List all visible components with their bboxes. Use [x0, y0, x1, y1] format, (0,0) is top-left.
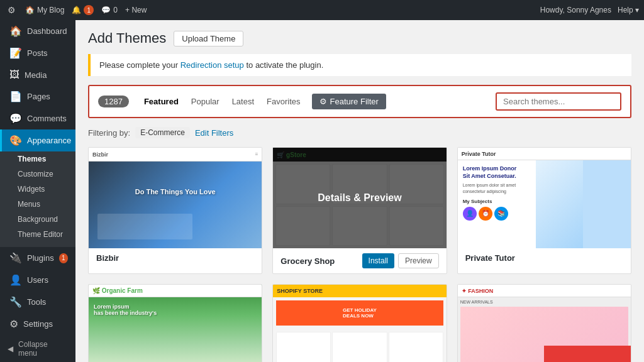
dashboard-icon: 🏠 — [9, 25, 22, 37]
fashion-just-for-box: JUST FOR — [544, 346, 631, 362]
collapse-menu-btn[interactable]: ◀ Collapse menu — [0, 335, 75, 362]
plugins-badge: 1 — [59, 253, 68, 263]
theme-card-organic[interactable]: 🌿 Organic Farm Lorem ipsumhas been the i… — [88, 284, 262, 362]
feature-filter-label: Feature Filter — [330, 97, 379, 106]
sidebar-label-comments: Comments — [27, 114, 67, 123]
feature-filter-button[interactable]: ⚙ Feature Filter — [312, 94, 386, 109]
themes-grid: Bizbir ≡ Do The Things You Love Bizbir — [88, 147, 631, 362]
comments-icon: 💬 — [9, 112, 22, 124]
sidebar: 🏠 Dashboard 📝 Posts 🖼 Media 📄 Pages 💬 Co… — [0, 20, 75, 362]
collapse-label: Collapse menu — [18, 340, 68, 358]
search-themes-input[interactable] — [496, 92, 621, 111]
sidebar-sub-themes[interactable]: Themes — [0, 151, 75, 167]
sidebar-item-plugins[interactable]: 🔌 Plugins 1 — [0, 247, 75, 269]
home-icon: 🏠 — [25, 6, 35, 14]
theme-card-fashion[interactable]: ✦ FASHION NEW ARRIVALS JUST FOR Fashion — [457, 284, 631, 362]
theme-name-grocery: Grocery Shop Install Preview — [273, 248, 446, 273]
sidebar-item-comments[interactable]: 💬 Comments — [0, 107, 75, 129]
tools-icon: 🔧 — [9, 296, 22, 308]
sidebar-sub-theme-editor[interactable]: Theme Editor — [0, 227, 75, 242]
sidebar-label-users: Users — [27, 275, 48, 285]
page-title: Add Themes — [88, 30, 166, 47]
wp-logo-icon[interactable]: ⚙ — [5, 4, 18, 16]
theme-count-badge: 1287 — [98, 96, 129, 107]
upload-theme-button[interactable]: Upload Theme — [174, 31, 243, 47]
sidebar-sub-customize[interactable]: Customize — [0, 167, 75, 182]
theme-overlay-grocery[interactable]: Details & Preview — [273, 148, 446, 248]
gear-icon: ⚙ — [319, 97, 327, 106]
comments-link[interactable]: 💬 0 — [101, 6, 118, 14]
theme-actions-grocery: Install Preview — [362, 253, 439, 268]
sidebar-label-media: Media — [25, 70, 47, 80]
sidebar-label-settings: Settings — [23, 319, 53, 329]
filter-tab-popular[interactable]: Popular — [185, 94, 226, 109]
sidebar-label-pages: Pages — [27, 92, 50, 101]
theme-thumb-grocery: 🛒 gStore Details & Preview — [273, 148, 446, 248]
sidebar-sub-widgets[interactable]: Widgets — [0, 182, 75, 197]
notice-text-before: Please complete your — [99, 60, 178, 70]
filter-tab-favorites[interactable]: Favorites — [260, 94, 306, 109]
edit-filters-link[interactable]: Edit Filters — [195, 128, 233, 138]
theme-card-shopify[interactable]: SHOPIFY STORE GET HOLIDAYDEALS NOW Shopi… — [272, 284, 447, 362]
main-content: Add Themes Upload Theme Please complete … — [75, 20, 644, 362]
plugins-icon: 🔌 — [9, 252, 22, 264]
sidebar-sub-background[interactable]: Background — [0, 212, 75, 227]
filter-bar: 1287 Featured Popular Latest Favorites ⚙… — [88, 85, 631, 118]
theme-thumb-bizbir: Bizbir ≡ Do The Things You Love — [89, 148, 262, 248]
notifications[interactable]: 🔔 1 — [72, 5, 94, 15]
sidebar-item-posts[interactable]: 📝 Posts — [0, 42, 75, 64]
sidebar-item-users[interactable]: 👤 Users — [0, 269, 75, 291]
top-bar: ⚙ 🏠 My Blog 🔔 1 💬 0 + New Howdy, Sonny A… — [0, 0, 644, 20]
theme-name-bizbir: Bizbir — [89, 248, 262, 268]
pages-icon: 📄 — [9, 90, 22, 102]
posts-icon: 📝 — [9, 47, 22, 59]
sidebar-label-appearance: Appearance — [27, 136, 71, 145]
appearance-icon: 🎨 — [9, 134, 22, 146]
notice-text-after: to activate the plugin. — [246, 60, 323, 70]
preview-grocery-button[interactable]: Preview — [398, 253, 439, 268]
sidebar-item-appearance[interactable]: 🎨 Appearance — [0, 129, 75, 151]
sidebar-item-settings[interactable]: ⚙ Settings — [0, 313, 75, 335]
collapse-icon: ◀ — [8, 344, 13, 353]
sidebar-label-tools: Tools — [27, 297, 46, 307]
sidebar-label-dashboard: Dashboard — [27, 26, 67, 36]
sidebar-item-tools[interactable]: 🔧 Tools — [0, 291, 75, 313]
theme-thumb-fashion: ✦ FASHION NEW ARRIVALS JUST FOR — [458, 285, 631, 362]
install-grocery-button[interactable]: Install — [362, 253, 394, 268]
appearance-submenu: Themes Customize Widgets Menus Backgroun… — [0, 151, 75, 247]
help-btn[interactable]: Help ▾ — [618, 6, 639, 14]
new-content-btn[interactable]: + New — [125, 6, 147, 14]
theme-thumb-shopify: SHOPIFY STORE GET HOLIDAYDEALS NOW — [273, 285, 446, 362]
sidebar-item-dashboard[interactable]: 🏠 Dashboard — [0, 20, 75, 42]
theme-card-grocery[interactable]: 🛒 gStore Details & Preview — [272, 147, 447, 274]
theme-name-tutor: Private Tutor — [458, 248, 631, 268]
theme-thumb-organic: 🌿 Organic Farm Lorem ipsumhas been the i… — [89, 285, 262, 362]
users-icon: 👤 — [9, 274, 22, 286]
howdy-text: Howdy, Sonny Agnes Help ▾ — [540, 6, 639, 14]
plugin-notice: Please complete your Redirection setup t… — [88, 54, 631, 76]
sidebar-label-plugins: Plugins — [27, 253, 54, 263]
site-name[interactable]: 🏠 My Blog — [25, 6, 64, 14]
filtering-by-label: Filtering by: — [88, 128, 130, 138]
filter-tab-featured[interactable]: Featured — [138, 94, 185, 109]
sidebar-label-posts: Posts — [27, 48, 48, 58]
page-title-row: Add Themes Upload Theme — [88, 30, 631, 47]
sidebar-item-media[interactable]: 🖼 Media — [0, 64, 75, 85]
sidebar-item-pages[interactable]: 📄 Pages — [0, 85, 75, 107]
theme-card-tutor[interactable]: Private Tutor Lorem Ipsum DonorSit Amet … — [457, 147, 631, 274]
theme-thumb-tutor: Private Tutor Lorem Ipsum DonorSit Amet … — [458, 148, 631, 248]
redirection-setup-link[interactable]: Redirection setup — [180, 60, 244, 70]
settings-icon: ⚙ — [9, 318, 18, 330]
active-filter-tag: E-Commerce — [135, 127, 190, 138]
sidebar-sub-menus[interactable]: Menus — [0, 197, 75, 212]
filter-tab-latest[interactable]: Latest — [226, 94, 260, 109]
media-icon: 🖼 — [9, 69, 19, 80]
theme-card-bizbir[interactable]: Bizbir ≡ Do The Things You Love Bizbir — [88, 147, 262, 274]
filtering-by-bar: Filtering by: E-Commerce Edit Filters — [88, 127, 631, 138]
